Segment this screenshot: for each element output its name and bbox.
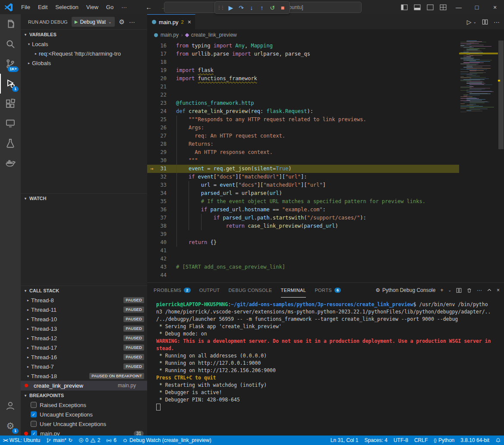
breakpoint-checkbox[interactable]: ✓ (31, 430, 37, 436)
code-line-19[interactable]: 19import flask (147, 66, 459, 75)
call-stack-thread[interactable]: ▾Thread-18PAUSED ON BREAKPOINT (21, 371, 147, 381)
code-line-31[interactable]: →31 event = req.get_json(silent=True) (147, 165, 459, 173)
line-number[interactable]: 20 (147, 75, 167, 83)
stop-button[interactable]: ■ (278, 3, 287, 13)
code-line-43[interactable]: 43# [START add_ons_case_preview_link] (147, 263, 459, 271)
call-stack-thread[interactable]: ▸Thread-13PAUSED (21, 324, 147, 333)
activity-settings[interactable]: ⚙ 1 (0, 416, 21, 436)
activity-docker[interactable] (0, 153, 21, 173)
line-number[interactable]: 33 (147, 181, 167, 189)
call-stack-section-header[interactable]: ▾ CALL STACK (21, 285, 147, 295)
code-line-39[interactable]: 39 (147, 230, 459, 238)
code-line-17[interactable]: 17from urllib.parse import urlparse, par… (147, 50, 459, 58)
continue-button[interactable]: ▶ (226, 3, 236, 13)
code-line-23[interactable]: 23@functions_framework.http (147, 99, 459, 107)
activity-extensions[interactable] (0, 94, 21, 113)
line-number[interactable]: 18 (147, 58, 167, 66)
activity-testing[interactable] (0, 133, 21, 153)
variables-req[interactable]: ▸ req: <Request 'http://charming-tro (21, 49, 147, 58)
panel-more-icon[interactable]: ··· (477, 287, 482, 293)
code-line-42[interactable]: 42 (147, 255, 459, 263)
panel-tab-problems[interactable]: PROBLEMS2 (154, 283, 191, 298)
variables-locals[interactable]: ▾ Locals (21, 39, 147, 49)
activity-explorer[interactable] (0, 14, 21, 34)
code-line-24[interactable]: 24def create_link_preview(req: flask.Req… (147, 107, 459, 116)
customize-layout-icon[interactable] (437, 0, 450, 14)
step-into-button[interactable]: ↓ (247, 3, 256, 13)
call-stack-thread[interactable]: ▸Thread-10PAUSED (21, 314, 147, 324)
call-stack-thread[interactable]: ▸Thread-8PAUSED (21, 295, 147, 305)
menu-[interactable]: ··· (117, 0, 131, 14)
code-line-41[interactable]: 41 (147, 247, 459, 255)
line-number[interactable]: 17 (147, 50, 167, 58)
code-line-36[interactable]: 36 if parsed_url.hostname == "example.co… (147, 206, 459, 214)
tab-main-py[interactable]: main.py 2 × (147, 14, 195, 29)
language-mode[interactable]: {} Python (431, 436, 457, 445)
call-stack-thread[interactable]: ▸Thread-17PAUSED (21, 343, 147, 352)
line-number[interactable]: 43 (147, 263, 167, 271)
code-line-25[interactable]: 25 """Responds to any HTTP request relat… (147, 116, 459, 124)
menu-file[interactable]: File (17, 0, 34, 14)
debug-config-dropdown[interactable]: ▶ Debug Wat ⌄ (72, 17, 115, 27)
activity-remote-explorer[interactable] (0, 113, 21, 133)
code-line-44[interactable]: 44 (147, 271, 459, 279)
line-number[interactable]: 25 (147, 116, 167, 124)
line-number[interactable]: 31 (147, 165, 167, 173)
close-icon[interactable]: × (188, 19, 191, 25)
activity-source-control[interactable]: 1K+ (0, 54, 21, 74)
line-number[interactable]: 21 (147, 83, 167, 91)
line-number[interactable]: 44 (147, 271, 167, 279)
code-line-21[interactable]: 21 (147, 83, 459, 91)
chevron-down-icon[interactable]: ⌄ (473, 20, 476, 24)
code-line-29[interactable]: 29 An HTTP response context. (147, 148, 459, 157)
code-line-18[interactable]: 18 (147, 58, 459, 66)
cursor-position[interactable]: Ln 31, Col 1 (328, 436, 362, 445)
restart-button[interactable]: ↺ (268, 3, 277, 13)
breakpoint-item[interactable]: ✓Uncaught Exceptions (21, 410, 147, 419)
line-number[interactable]: 42 (147, 255, 167, 263)
activity-search[interactable] (0, 34, 21, 54)
maximize-button[interactable]: □ (468, 0, 486, 14)
line-number[interactable]: 39 (147, 230, 167, 238)
editor-more-icon[interactable]: ··· (494, 19, 500, 25)
line-number[interactable]: 35 (147, 197, 167, 206)
code-line-30[interactable]: 30 """ (147, 157, 459, 165)
editor-scrollbar[interactable] (498, 41, 504, 284)
line-number[interactable]: 36 (147, 206, 167, 214)
line-number[interactable]: 29 (147, 148, 167, 157)
terminal-instance[interactable]: ⚙ Python Debug Console (375, 287, 435, 293)
code-line-20[interactable]: 20import functions_framework (147, 75, 459, 83)
debug-session-item[interactable]: Debug Watch (create_link_preview) (120, 436, 214, 445)
line-number[interactable]: 27 (147, 132, 167, 140)
call-stack-thread[interactable]: ▸Thread-16PAUSED (21, 352, 147, 362)
variables-globals[interactable]: ▸ Globals (21, 58, 147, 68)
code-line-22[interactable]: 22 (147, 91, 459, 99)
line-number[interactable]: 22 (147, 91, 167, 99)
line-number[interactable]: 40 (147, 238, 167, 247)
problems-item[interactable]: 0 2 (76, 436, 103, 445)
minimize-button[interactable]: — (450, 0, 468, 14)
sidebar-more-icon[interactable]: ··· (129, 19, 135, 25)
panel-tab-output[interactable]: OUTPUT (199, 283, 220, 298)
breadcrumb-file[interactable]: main.py (161, 32, 179, 38)
code-line-16[interactable]: 16from typing import Any, Mapping (147, 42, 459, 50)
menu-go[interactable]: Go (102, 0, 117, 14)
panel-tab-debugconsole[interactable]: DEBUG CONSOLE (228, 283, 272, 298)
step-out-button[interactable]: ↑ (257, 3, 267, 13)
scrollbar-thumb[interactable] (498, 41, 504, 149)
code-line-35[interactable]: 35 # If the event object URL matches a s… (147, 197, 459, 206)
call-stack-frame[interactable]: create_link_previewmain.py (21, 381, 147, 390)
menu-edit[interactable]: Edit (34, 0, 51, 14)
kill-terminal-icon[interactable] (466, 288, 472, 293)
breakpoints-section-header[interactable]: ▾ BREAKPOINTS (21, 390, 147, 400)
new-terminal-icon[interactable]: + (440, 287, 443, 293)
code-editor[interactable]: 16from typing import Any, Mapping17from … (147, 41, 504, 284)
split-terminal-icon[interactable] (456, 288, 462, 293)
breakpoint-checkbox[interactable]: ✓ (31, 411, 37, 417)
toggle-secondary-sidebar-icon[interactable] (424, 0, 437, 14)
code-line-33[interactable]: 33 url = event["docs"]["matchedUrl"]["ur… (147, 181, 459, 189)
line-number[interactable]: 23 (147, 99, 167, 107)
close-window-button[interactable]: × (486, 0, 504, 14)
code-line-27[interactable]: 27 req: An HTTP request context. (147, 132, 459, 140)
start-debug-icon[interactable]: ▶ (75, 19, 78, 24)
